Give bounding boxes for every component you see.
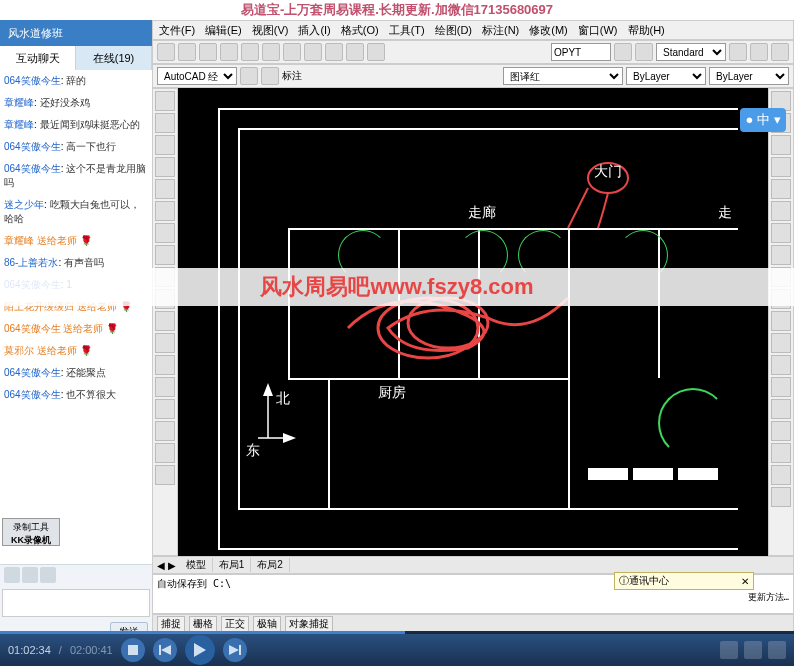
block-icon[interactable] (155, 311, 175, 331)
donut-icon[interactable] (155, 465, 175, 485)
ortho-toggle[interactable]: 正交 (221, 616, 249, 632)
emoji-icon[interactable] (4, 567, 20, 583)
search-icon[interactable] (614, 43, 632, 61)
modify-toolbar (768, 88, 794, 556)
snap-toggle[interactable]: 捕捉 (157, 616, 185, 632)
redo-icon[interactable] (325, 43, 343, 61)
color-select[interactable]: ByLayer (626, 67, 706, 85)
zoom-icon[interactable] (367, 43, 385, 61)
chat-tab-messages[interactable]: 互动聊天 (0, 46, 76, 70)
save-icon[interactable] (199, 43, 217, 61)
image-icon[interactable] (40, 567, 56, 583)
menu-file[interactable]: 文件(F) (157, 23, 197, 38)
boundary-icon[interactable] (155, 377, 175, 397)
pedit-icon[interactable] (771, 487, 791, 507)
textstyle-select[interactable]: Standard (656, 43, 726, 61)
video-time-total: 02:00:41 (70, 644, 113, 656)
cad-drawing-canvas[interactable]: 大门 走廊 走 厨房 北 东 (178, 88, 768, 556)
tab-model[interactable]: 模型 (180, 558, 213, 572)
chat-message: 莫邪尔 送给老师 🌹 (4, 344, 148, 358)
menu-view[interactable]: 视图(V) (250, 23, 291, 38)
region-icon[interactable] (155, 355, 175, 375)
stop-button[interactable] (121, 638, 145, 662)
annotation-label: 标注 (282, 69, 302, 83)
grid-toggle[interactable]: 栅格 (189, 616, 217, 632)
menu-format[interactable]: 格式(O) (339, 23, 381, 38)
hatch-icon[interactable] (155, 223, 175, 243)
chat-message: 064笑傲今生: 辞的 (4, 74, 148, 88)
join-icon[interactable] (771, 355, 791, 375)
polar-toggle[interactable]: 极轴 (253, 616, 281, 632)
menu-tools[interactable]: 工具(T) (387, 23, 427, 38)
fullscreen-icon[interactable] (768, 641, 786, 659)
osnap-toggle[interactable]: 对象捕捉 (285, 616, 333, 632)
undo-icon[interactable] (304, 43, 322, 61)
chat-message: 迷之少年: 吃颗大白兔也可以，哈哈 (4, 198, 148, 226)
lineweight-select[interactable]: ByLayer (709, 67, 789, 85)
explode-icon[interactable] (771, 421, 791, 441)
prev-button[interactable] (153, 638, 177, 662)
scale-icon[interactable] (771, 245, 791, 265)
menu-dimension[interactable]: 标注(N) (480, 23, 521, 38)
search-box[interactable] (551, 43, 611, 61)
extend-icon[interactable] (771, 311, 791, 331)
menu-window[interactable]: 窗口(W) (576, 23, 620, 38)
font-icon[interactable] (22, 567, 38, 583)
tab-layout1[interactable]: 布局1 (213, 558, 252, 572)
progress-bar[interactable] (0, 631, 794, 634)
wipeout-icon[interactable] (155, 421, 175, 441)
layer-icon[interactable] (240, 67, 258, 85)
mline-icon[interactable] (155, 443, 175, 463)
window-max-icon[interactable] (750, 43, 768, 61)
play-button[interactable] (185, 635, 215, 665)
polyline-icon[interactable] (155, 113, 175, 133)
rotate-icon[interactable] (771, 223, 791, 243)
window-close-icon[interactable] (771, 43, 789, 61)
circle-icon[interactable] (155, 135, 175, 155)
align-icon[interactable] (771, 443, 791, 463)
offset-icon[interactable] (771, 157, 791, 177)
layer-props-icon[interactable] (261, 67, 279, 85)
arc-icon[interactable] (155, 157, 175, 177)
menu-help[interactable]: 帮助(H) (626, 23, 667, 38)
tab-layout2[interactable]: 布局2 (251, 558, 290, 572)
copy-icon[interactable] (262, 43, 280, 61)
chat-messages[interactable]: 064笑傲今生: 辞的 章耀峰: 还好没杀鸡 章耀峰: 最近闻到鸡味挺恶心的 0… (0, 70, 152, 564)
new-icon[interactable] (157, 43, 175, 61)
break-icon[interactable] (771, 333, 791, 353)
settings-icon[interactable] (744, 641, 762, 659)
print-icon[interactable] (220, 43, 238, 61)
array-icon[interactable] (771, 179, 791, 199)
chat-tab-online[interactable]: 在线(19) (76, 46, 152, 70)
help-icon[interactable] (635, 43, 653, 61)
move-icon[interactable] (771, 201, 791, 221)
ellipse-icon[interactable] (155, 201, 175, 221)
chat-input-field[interactable] (2, 589, 150, 617)
menu-draw[interactable]: 绘图(D) (433, 23, 474, 38)
menu-insert[interactable]: 插入(I) (296, 23, 332, 38)
open-icon[interactable] (178, 43, 196, 61)
paste-icon[interactable] (283, 43, 301, 61)
chamfer-icon[interactable] (771, 377, 791, 397)
pan-icon[interactable] (346, 43, 364, 61)
menu-edit[interactable]: 编辑(E) (203, 23, 244, 38)
layer-select[interactable]: 图译红 (503, 67, 623, 85)
close-icon[interactable]: ✕ (741, 576, 749, 587)
window-min-icon[interactable] (729, 43, 747, 61)
next-button[interactable] (223, 638, 247, 662)
line-icon[interactable] (155, 91, 175, 111)
chat-message: 064笑傲今生: 这个不是青龙用脑吗 (4, 162, 148, 190)
text-icon[interactable] (155, 245, 175, 265)
menu-modify[interactable]: 修改(M) (527, 23, 570, 38)
volume-icon[interactable] (720, 641, 738, 659)
rectangle-icon[interactable] (155, 179, 175, 199)
revcloud-icon[interactable] (155, 399, 175, 419)
lengthen-icon[interactable] (771, 465, 791, 485)
workspace-select[interactable]: AutoCAD 经典 (157, 67, 237, 85)
mirror-icon[interactable] (771, 135, 791, 155)
cad-layers-toolbar: AutoCAD 经典 标注 图译红 ByLayer ByLayer (152, 64, 794, 88)
fillet-icon[interactable] (771, 399, 791, 419)
cut-icon[interactable] (241, 43, 259, 61)
table-icon[interactable] (155, 333, 175, 353)
ime-indicator[interactable]: ● 中 ▾ (740, 108, 786, 132)
